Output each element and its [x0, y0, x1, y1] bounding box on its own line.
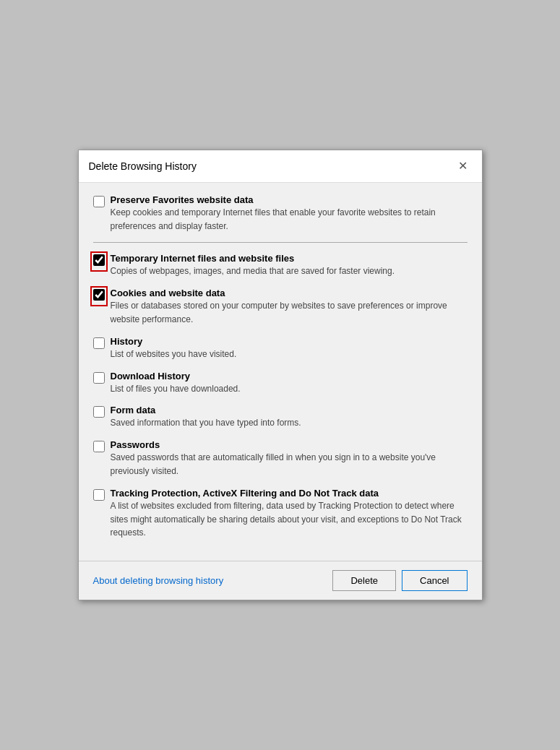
close-button[interactable]: ✕	[455, 158, 472, 175]
item-text-history: History List of websites you have visite…	[111, 336, 468, 361]
checkbox-preserve-favorites[interactable]	[93, 196, 105, 207]
item-text-form-data: Form data Saved information that you hav…	[111, 405, 468, 429]
checkbox-area-history	[93, 337, 105, 352]
list-item: History List of websites you have visite…	[93, 336, 468, 361]
item-label-history: History	[111, 336, 468, 347]
checkbox-tracking-protection[interactable]	[93, 489, 105, 501]
item-desc-history: List of websites you have visited.	[111, 349, 237, 359]
item-label-temp-internet-files: Temporary Internet files and website fil…	[111, 253, 468, 264]
delete-button[interactable]: Delete	[332, 570, 396, 591]
list-item: Temporary Internet files and website fil…	[93, 253, 468, 277]
item-desc-temp-internet-files: Copies of webpages, images, and media th…	[111, 266, 395, 276]
item-text-temp-internet-files: Temporary Internet files and website fil…	[111, 253, 468, 277]
item-desc-cookies: Files or databases stored on your comput…	[111, 301, 447, 324]
about-link[interactable]: About deleting browsing history	[93, 575, 224, 586]
checkbox-passwords[interactable]	[93, 441, 105, 452]
list-item: Tracking Protection, ActiveX Filtering a…	[93, 488, 468, 539]
item-desc-passwords: Saved passwords that are automatically f…	[111, 452, 436, 476]
item-label-form-data: Form data	[111, 405, 468, 415]
checkbox-area-passwords	[93, 441, 105, 455]
list-item: Cookies and website data Files or databa…	[93, 288, 468, 326]
checkbox-area-download-history	[93, 372, 105, 387]
dialog-title: Delete Browsing History	[89, 160, 197, 172]
delete-browsing-history-dialog: Delete Browsing History ✕ Preserve Favor…	[78, 150, 483, 600]
checkbox-temp-internet-files[interactable]	[93, 254, 105, 266]
item-label-preserve-favorites: Preserve Favorites website data	[111, 194, 468, 205]
item-desc-tracking-protection: A list of websites excluded from filteri…	[111, 501, 462, 538]
checkbox-area-temp-internet-files	[93, 254, 105, 269]
checkbox-area-preserve-favorites	[93, 196, 105, 210]
list-item: Form data Saved information that you hav…	[93, 405, 468, 429]
item-text-passwords: Passwords Saved passwords that are autom…	[111, 439, 468, 478]
title-bar: Delete Browsing History ✕	[79, 150, 482, 183]
separator	[93, 242, 468, 243]
checkbox-cookies[interactable]	[93, 289, 105, 301]
item-text-preserve-favorites: Preserve Favorites website data Keep coo…	[111, 194, 468, 233]
list-item: Download History List of files you have …	[93, 371, 468, 395]
checkbox-download-history[interactable]	[93, 372, 105, 384]
dialog-footer: About deleting browsing history Delete C…	[79, 561, 482, 600]
list-item: Passwords Saved passwords that are autom…	[93, 439, 468, 478]
item-text-tracking-protection: Tracking Protection, ActiveX Filtering a…	[111, 488, 468, 539]
checkbox-area-tracking-protection	[93, 489, 105, 504]
dialog-content: Preserve Favorites website data Keep coo…	[79, 183, 482, 561]
item-desc-preserve-favorites: Keep cookies and temporary Internet file…	[111, 207, 436, 231]
checkbox-history[interactable]	[93, 337, 105, 349]
list-item: Preserve Favorites website data Keep coo…	[93, 194, 468, 233]
item-label-cookies: Cookies and website data	[111, 288, 468, 298]
item-text-download-history: Download History List of files you have …	[111, 371, 468, 395]
item-label-download-history: Download History	[111, 371, 468, 382]
item-label-passwords: Passwords	[111, 439, 468, 450]
checkbox-area-cookies	[93, 289, 105, 303]
item-desc-form-data: Saved information that you have typed in…	[111, 418, 301, 428]
checkbox-form-data[interactable]	[93, 406, 105, 418]
item-label-tracking-protection: Tracking Protection, ActiveX Filtering a…	[111, 488, 468, 499]
cancel-button[interactable]: Cancel	[402, 570, 467, 591]
footer-buttons: Delete Cancel	[332, 570, 467, 591]
item-text-cookies: Cookies and website data Files or databa…	[111, 288, 468, 326]
item-desc-download-history: List of files you have downloaded.	[111, 384, 241, 394]
checkbox-area-form-data	[93, 406, 105, 421]
